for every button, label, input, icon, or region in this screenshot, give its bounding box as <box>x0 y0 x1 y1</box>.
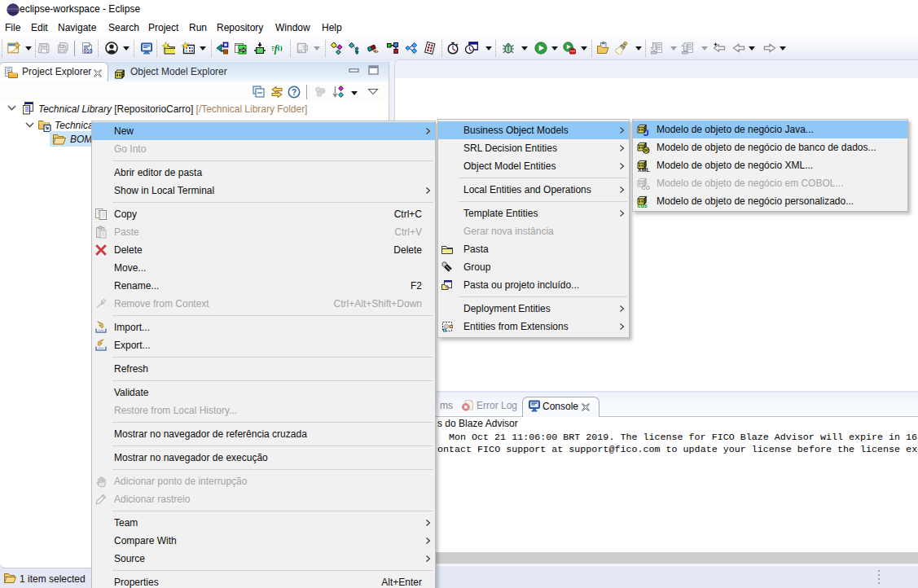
svg-text:?: ? <box>292 88 296 97</box>
svg-text:cus: cus <box>638 203 648 208</box>
svg-text:XML: XML <box>638 167 650 172</box>
svg-text:CO: CO <box>642 185 651 190</box>
svg-text:010: 010 <box>84 48 93 54</box>
